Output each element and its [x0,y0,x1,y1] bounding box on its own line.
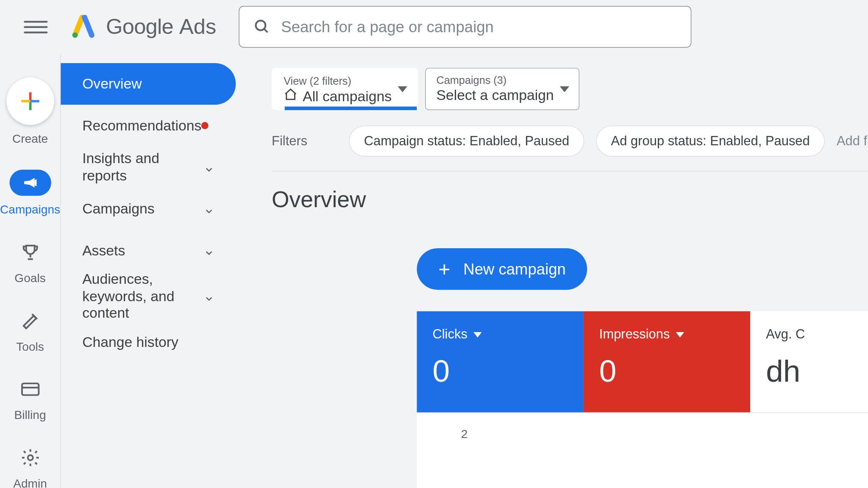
chevron-down-icon [204,162,214,172]
search-icon [254,19,270,35]
filters-label: Filters [272,133,307,149]
gear-icon [18,446,42,469]
plus-icon [21,92,39,110]
stat-clicks-value: 0 [432,353,568,388]
add-filter-button[interactable]: Add filter [837,133,868,149]
tools-icon [18,309,42,333]
filter-chip-adgroup-status[interactable]: Ad group status: Enabled, Paused [596,125,824,156]
home-icon [284,88,298,105]
sidebar-insights[interactable]: Insights and reports [61,147,236,188]
view-selector-value: All campaigns [303,88,392,105]
stat-card-avg[interactable]: Avg. C dh [751,311,868,413]
svg-point-0 [72,33,78,38]
dropdown-caret-icon [676,332,684,337]
notification-dot-icon [201,122,209,129]
rail-tools-label: Tools [16,340,44,353]
rail-create-label: Create [12,132,48,146]
dropdown-caret-icon [560,86,569,92]
trophy-icon [18,241,42,264]
campaign-selector-label: Campaigns (3) [436,75,554,87]
rail-goals-label: Goals [14,272,45,285]
svg-point-5 [28,455,33,460]
view-selector[interactable]: View (2 filters) All campaigns [272,68,418,110]
page-title: Overview [272,187,868,212]
rail-campaigns[interactable]: Campaigns [0,169,60,216]
search-input[interactable]: Search for a page or campaign [239,6,692,47]
campaign-selector-value: Select a campaign [436,87,554,103]
card-icon [18,377,42,401]
view-selector-label: View (2 filters) [284,75,392,88]
filter-chip-campaign-status[interactable]: Campaign status: Enabled, Paused [349,125,584,156]
svg-line-2 [264,29,267,32]
stat-impressions-value: 0 [599,353,735,388]
overview-chart: 2 1 [417,413,868,488]
sidebar-audiences[interactable]: Audiences, keywords, and content [61,272,236,322]
rail-admin[interactable]: Admin [13,446,47,488]
new-campaign-button[interactable]: + New campaign [417,248,587,290]
stat-card-clicks[interactable]: Clicks 0 [417,311,584,413]
svg-point-1 [256,20,266,30]
svg-rect-3 [22,383,38,395]
rail-billing[interactable]: Billing [14,377,46,422]
sidebar-overview[interactable]: Overview [61,63,236,105]
chevron-down-icon [204,291,214,302]
sidebar-campaigns[interactable]: Campaigns [61,188,236,230]
chevron-down-icon [204,204,214,214]
sidebar-assets[interactable]: Assets [61,230,236,271]
ads-logo-icon [72,15,95,39]
new-campaign-label: New campaign [463,260,566,278]
chart-ytick: 2 [461,427,468,441]
sidebar-recommendations[interactable]: Recommendations [61,105,236,146]
rail-billing-label: Billing [14,408,46,422]
rail-campaigns-label: Campaigns [0,203,60,216]
dropdown-caret-icon [473,332,482,337]
plus-icon: + [438,259,450,279]
rail-tools[interactable]: Tools [16,309,44,353]
brand-ads: Ads [179,14,216,39]
brand-google: Google [106,14,173,39]
chevron-down-icon [204,245,214,256]
menu-icon[interactable] [24,15,47,39]
rail-goals[interactable]: Goals [14,241,45,285]
sidebar-change-history[interactable]: Change history [61,322,236,363]
rail-admin-label: Admin [13,477,47,488]
stat-avg-value: dh [766,353,868,388]
search-placeholder: Search for a page or campaign [281,17,494,36]
rail-create[interactable]: Create [6,78,54,146]
campaign-selector[interactable]: Campaigns (3) Select a campaign [425,68,580,110]
stat-card-impressions[interactable]: Impressions 0 [584,311,750,413]
brand-logo[interactable]: Google Ads [72,14,217,39]
divider [272,171,868,171]
megaphone-icon [9,169,51,196]
dropdown-caret-icon [398,86,407,92]
